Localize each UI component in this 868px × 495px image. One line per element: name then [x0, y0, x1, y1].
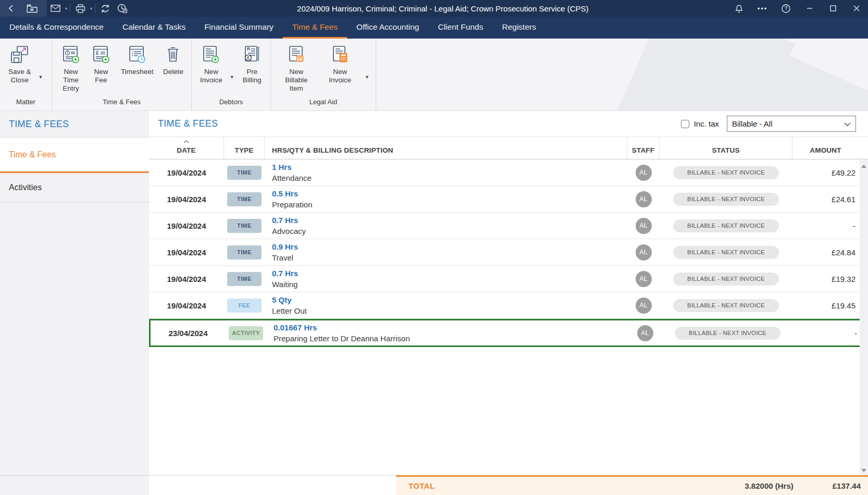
totals-bar: TOTAL 3.82000 (Hrs) £137.44	[396, 475, 868, 495]
status-badge: BILLABLE - NEXT INVOICE	[673, 273, 779, 286]
save-close-dropdown-caret[interactable]: ▼	[39, 75, 43, 80]
status-badge: BILLABLE - NEXT INVOICE	[673, 299, 779, 312]
entry-quantity-link[interactable]: 5 Qty	[272, 294, 627, 305]
table-row[interactable]: 19/04/2024 TIME 1 Hrs Attendance AL BILL…	[149, 159, 868, 186]
table-row[interactable]: 23/04/2024 ACTIVITY 0.01667 Hrs Preparin…	[149, 319, 868, 347]
new-invoice-legal-aid-button[interactable]: New Invoice	[326, 43, 354, 85]
entry-description-cell: 0.7 Hrs Advocacy	[265, 215, 627, 237]
entry-quantity-link[interactable]: 0.01667 Hrs	[274, 322, 629, 333]
new-billable-item-button[interactable]: LA New Billable Item	[276, 43, 316, 94]
titlebar-toolbar: M ▾ ▾	[0, 0, 131, 17]
tab-office-accounting[interactable]: Office Accounting	[347, 17, 428, 39]
column-header-description[interactable]: HRS/QTY & BILLING DESCRIPTION	[265, 137, 627, 160]
entry-description-cell: 0.01667 Hrs Preparing Letter to Dr Deann…	[266, 322, 629, 344]
save-close-button[interactable]: Save & Close	[5, 43, 34, 85]
column-header-date[interactable]: DATE	[149, 137, 224, 160]
tab-client-funds[interactable]: Client Funds	[428, 17, 492, 39]
tab-details-correspondence[interactable]: Details & Correspondence	[0, 17, 113, 39]
entry-status-cell: BILLABLE - NEXT INVOICE	[660, 246, 792, 259]
type-badge: TIME	[227, 272, 262, 286]
mail-dropdown-caret[interactable]: ▾	[64, 6, 68, 11]
pre-billing-button[interactable]: R £ Pre Billing	[239, 43, 266, 85]
column-header-status[interactable]: STATUS	[660, 137, 792, 160]
new-fee-button[interactable]: £ New Fee	[88, 43, 115, 85]
delete-trash-icon	[163, 44, 184, 65]
ribbon-group-legal-aid: LA New Billable Item	[271, 39, 376, 111]
inc-tax-checkbox[interactable]	[681, 120, 689, 128]
column-header-amount[interactable]: AMOUNT	[792, 137, 859, 160]
select-chevron-icon	[844, 119, 851, 128]
more-options-icon[interactable]: •••	[751, 0, 774, 17]
column-header-staff[interactable]: STAFF	[627, 137, 660, 160]
sidebar-item-time-fees[interactable]: Time & Fees	[0, 138, 149, 173]
entry-description-cell: 0.7 Hrs Waiting	[265, 268, 627, 290]
refresh-icon[interactable]	[97, 0, 114, 17]
type-badge: TIME	[227, 245, 262, 259]
print-icon[interactable]	[72, 0, 89, 17]
entry-quantity-link[interactable]: 0.9 Hrs	[272, 241, 627, 252]
time-recording-icon[interactable]	[114, 0, 131, 17]
table-row[interactable]: 19/04/2024 TIME 0.5 Hrs Preparation AL B…	[149, 186, 868, 213]
help-icon[interactable]: ?	[774, 0, 798, 17]
new-invoice-button[interactable]: New Invoice	[197, 43, 226, 85]
notifications-bell-icon[interactable]	[727, 0, 751, 17]
tab-calendar-tasks[interactable]: Calendar & Tasks	[113, 17, 195, 39]
legal-aid-dropdown-caret[interactable]: ▼	[365, 75, 369, 80]
entry-staff-cell: AL	[627, 165, 660, 181]
new-time-entry-button[interactable]: New Time Entry	[57, 43, 84, 94]
minimize-button[interactable]	[798, 0, 821, 17]
entry-quantity-link[interactable]: 0.7 Hrs	[272, 268, 627, 279]
entry-description: Attendance	[272, 172, 627, 183]
module-tabbar: Details & Correspondence Calendar & Task…	[0, 17, 868, 39]
sidebar-item-activities[interactable]: Activities	[0, 173, 149, 203]
tab-time-fees[interactable]: Time & Fees	[283, 17, 347, 39]
table-row[interactable]: 19/04/2024 TIME 0.7 Hrs Advocacy AL BILL…	[149, 213, 868, 239]
entry-description-cell: 0.5 Hrs Preparation	[265, 188, 627, 211]
main-panel: TIME & FEES Inc. tax Billable - All DATE	[149, 111, 868, 495]
entry-quantity-link[interactable]: 0.5 Hrs	[272, 188, 627, 199]
matter-folder-icon[interactable]: M	[23, 0, 42, 17]
staff-avatar: AL	[636, 298, 652, 314]
entry-staff-cell: AL	[627, 244, 660, 261]
entry-status-cell: BILLABLE - NEXT INVOICE	[660, 299, 792, 312]
tab-registers[interactable]: Registers	[492, 17, 545, 39]
scroll-down-icon[interactable]	[861, 469, 866, 472]
svg-text:R: R	[246, 46, 250, 52]
table-body: 19/04/2024 TIME 1 Hrs Attendance AL BILL…	[149, 159, 868, 347]
entry-description: Travel	[272, 252, 627, 263]
ribbon-group-matter: Save & Close ▼ Matter	[0, 39, 52, 111]
back-button[interactable]	[4, 0, 18, 17]
entry-quantity-link[interactable]: 1 Hrs	[272, 162, 627, 172]
new-invoice-dropdown-caret[interactable]: ▼	[230, 75, 234, 80]
timesheet-button[interactable]: Timesheet	[118, 43, 157, 77]
table-row[interactable]: 19/04/2024 TIME 0.7 Hrs Waiting AL BILLA…	[149, 266, 868, 292]
close-button[interactable]	[845, 0, 868, 17]
entry-date: 19/04/2024	[149, 248, 224, 257]
new-invoice-legal-aid-icon	[330, 44, 351, 65]
tab-financial-summary[interactable]: Financial Summary	[195, 17, 283, 39]
delete-button[interactable]: Delete	[160, 43, 187, 77]
status-badge: BILLABLE - NEXT INVOICE	[673, 219, 779, 232]
billable-filter-select[interactable]: Billable - All	[727, 116, 856, 132]
print-dropdown-caret[interactable]: ▾	[89, 6, 93, 11]
table-row[interactable]: 19/04/2024 TIME 0.9 Hrs Travel AL BILLAB…	[149, 239, 868, 266]
svg-text:M: M	[30, 7, 33, 11]
sidebar-heading: TIME & FEES	[0, 111, 149, 138]
table-row[interactable]: 19/04/2024 FEE 5 Qty Letter Out AL BILLA…	[149, 292, 868, 319]
entry-type-cell: FEE	[224, 299, 265, 313]
entry-quantity-link[interactable]: 0.7 Hrs	[272, 215, 627, 226]
scroll-up-icon[interactable]	[861, 165, 866, 168]
column-header-type[interactable]: TYPE	[224, 137, 265, 160]
vertical-scrollbar[interactable]	[860, 159, 868, 476]
ribbon: Save & Close ▼ Matter	[0, 39, 868, 111]
mail-icon[interactable]	[47, 0, 64, 17]
total-label: TOTAL	[408, 481, 435, 490]
entry-amount: £49.22	[792, 168, 859, 177]
entry-amount: £24.84	[792, 248, 859, 257]
entry-description: Waiting	[272, 279, 627, 290]
maximize-button[interactable]	[821, 0, 845, 17]
type-badge: ACTIVITY	[229, 326, 263, 340]
type-badge: FEE	[227, 299, 262, 313]
staff-avatar: AL	[636, 271, 652, 287]
billable-filter-value: Billable - All	[732, 119, 773, 128]
